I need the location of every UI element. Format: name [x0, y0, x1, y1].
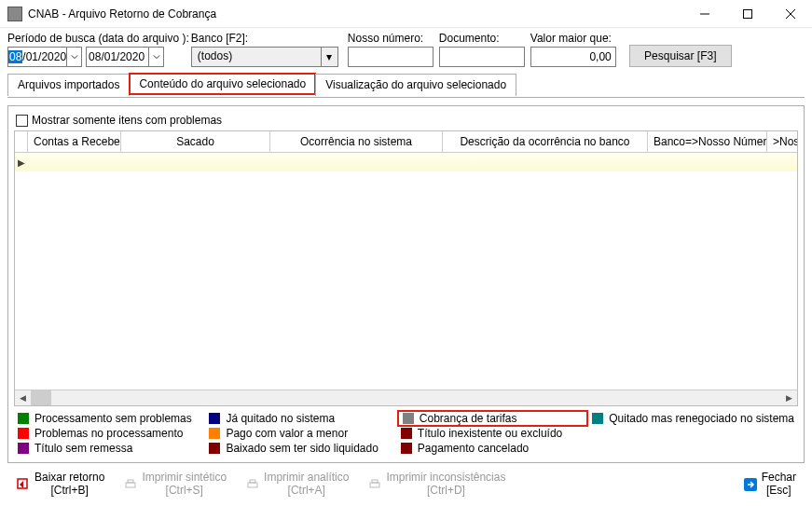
scroll-thumb[interactable]	[31, 390, 51, 405]
svg-rect-7	[248, 483, 257, 487]
banco-combo[interactable]: (todos) ▾	[191, 47, 338, 67]
legend-problemas: Problemas no processamento	[18, 427, 201, 440]
swatch-maroon2-icon	[209, 443, 220, 454]
col-descricao-banco[interactable]: Descrição da ocorrência no banco	[443, 131, 648, 152]
print-icon	[367, 477, 382, 492]
swatch-green-icon	[18, 413, 29, 424]
svg-rect-10	[372, 480, 378, 483]
col-contas-receber[interactable]: Contas a Receber	[28, 131, 121, 152]
fechar-button[interactable]: Fechar[Esc]	[735, 469, 805, 500]
exit-icon	[743, 477, 758, 492]
swatch-orange-icon	[209, 428, 220, 439]
banco-value: (todos)	[192, 48, 321, 66]
date-to-field[interactable]	[86, 47, 164, 67]
tab-conteudo-arquivo[interactable]: Conteúdo do arquivo selecionado	[129, 73, 316, 95]
filter-bar: Período de busca (data do arquivo ): 08/…	[0, 28, 812, 73]
search-button[interactable]: Pesquisar [F3]	[629, 45, 732, 67]
swatch-maroon3-icon	[401, 443, 412, 454]
tab-arquivos-importados[interactable]: Arquivos importados	[7, 74, 130, 96]
problems-only-checkbox[interactable]	[16, 115, 28, 127]
app-icon	[7, 7, 22, 21]
grid-body: ▶	[15, 153, 797, 390]
swatch-teal-icon	[592, 413, 603, 424]
maximize-button[interactable]	[726, 0, 769, 27]
window-controls	[683, 0, 812, 27]
swatch-blue-icon	[209, 413, 220, 424]
nosso-numero-input[interactable]	[348, 47, 434, 67]
legend-ja-quitado: Já quitado no sistema	[209, 412, 392, 425]
tab-underline	[7, 97, 805, 98]
col-nosso[interactable]: >Nosso	[767, 131, 797, 152]
row-indicator-icon: ▶	[15, 153, 28, 171]
valor-label: Valor maior que:	[530, 32, 616, 45]
col-banco-nosso-numero[interactable]: Banco=>Nosso Número	[648, 131, 767, 152]
baixar-retorno-button[interactable]: Baixar retorno[Ctrl+B]	[7, 469, 113, 500]
svg-rect-1	[744, 9, 752, 18]
periodo-label: Período de busca (data do arquivo ):	[7, 32, 189, 45]
imprimir-inconsistencias-button: Imprimir inconsistências[Ctrl+D]	[359, 469, 514, 500]
swatch-gray-icon	[403, 413, 414, 424]
legend-quitado-renegociado: Quitado mas renegociado no sistema	[592, 412, 794, 425]
app-window: CNAB - Arquivo Retorno de Cobrança Perío…	[0, 0, 812, 506]
tab-visualizacao-arquivo[interactable]: Visualização do arquivo selecionado	[315, 74, 516, 96]
problems-only-label: Mostrar somente itens com problemas	[32, 114, 222, 127]
legend-baixado: Baixado sem ter sido liquidado	[209, 442, 392, 455]
date-to-input[interactable]	[87, 48, 148, 66]
print-icon	[123, 477, 138, 492]
legend-sem-remessa: Título sem remessa	[18, 442, 201, 455]
legend: Processamento sem problemas Já quitado n…	[8, 406, 804, 462]
legend-titulo-inexistente: Título inexistente ou excluído	[401, 427, 585, 440]
horizontal-scrollbar[interactable]: ◀ ▶	[15, 390, 797, 405]
swatch-purple-icon	[18, 443, 29, 454]
date-from-field[interactable]: 08/01/2020	[7, 47, 82, 67]
svg-rect-6	[128, 480, 133, 483]
data-grid[interactable]: Contas a Receber Sacado Ocorrência no si…	[14, 130, 798, 406]
banco-label: Banco [F2]:	[191, 32, 338, 45]
col-sacado[interactable]: Sacado	[121, 131, 270, 152]
swatch-red-icon	[18, 428, 29, 439]
scroll-left-icon[interactable]: ◀	[15, 390, 31, 406]
legend-cobranca-tarifas: Cobrança de tarifas	[397, 410, 588, 427]
print-icon	[245, 477, 260, 492]
scroll-right-icon[interactable]: ▶	[781, 390, 797, 406]
col-ocorrencia-sistema[interactable]: Ocorrência no sistema	[270, 131, 443, 152]
legend-processamento-ok: Processamento sem problemas	[18, 412, 201, 425]
imprimir-sintetico-button: Imprimir sintético[Ctrl+S]	[115, 469, 235, 500]
filter-checkbox-row: Mostrar somente itens com problemas	[8, 106, 804, 130]
valor-input[interactable]	[530, 47, 616, 67]
swatch-maroon-icon	[401, 428, 412, 439]
legend-valor-menor: Pago com valor a menor	[209, 427, 392, 440]
chevron-down-icon[interactable]	[66, 48, 81, 66]
svg-rect-5	[126, 483, 135, 487]
chevron-down-icon[interactable]: ▾	[321, 48, 337, 66]
svg-rect-9	[370, 483, 379, 487]
imprimir-analitico-button: Imprimir analítico[Ctrl+A]	[237, 469, 357, 500]
content-panel: Mostrar somente itens com problemas Cont…	[7, 105, 805, 463]
close-button[interactable]	[769, 0, 812, 27]
documento-label: Documento:	[439, 32, 525, 45]
nosso-numero-label: Nosso número:	[348, 32, 434, 45]
titlebar: CNAB - Arquivo Retorno de Cobrança	[0, 0, 812, 28]
minimize-button[interactable]	[683, 0, 726, 27]
svg-rect-8	[250, 480, 255, 483]
chevron-down-icon[interactable]	[148, 48, 163, 66]
legend-pagamento-cancelado: Pagamento cancelado	[401, 442, 585, 455]
download-icon	[16, 477, 31, 492]
tab-strip: Arquivos importados Conteúdo do arquivo …	[0, 73, 812, 97]
window-title: CNAB - Arquivo Retorno de Cobrança	[28, 7, 683, 21]
footer-toolbar: Baixar retorno[Ctrl+B] Imprimir sintétic…	[0, 467, 812, 506]
grid-row-current[interactable]: ▶	[15, 153, 797, 171]
documento-input[interactable]	[439, 47, 525, 67]
grid-header: Contas a Receber Sacado Ocorrência no si…	[15, 131, 797, 153]
